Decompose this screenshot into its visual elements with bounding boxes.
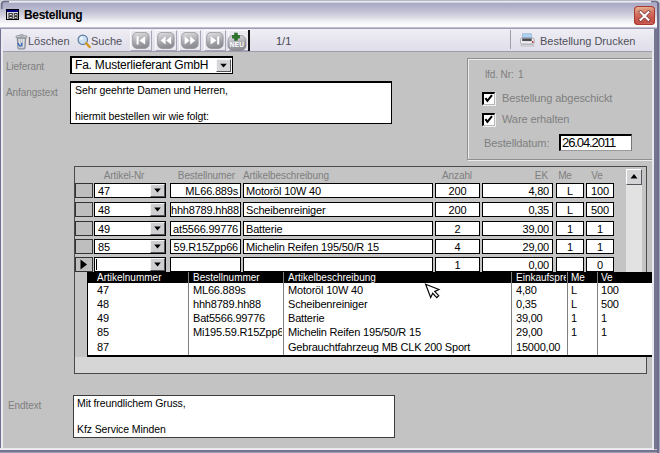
svg-text:NEU: NEU — [230, 41, 244, 48]
